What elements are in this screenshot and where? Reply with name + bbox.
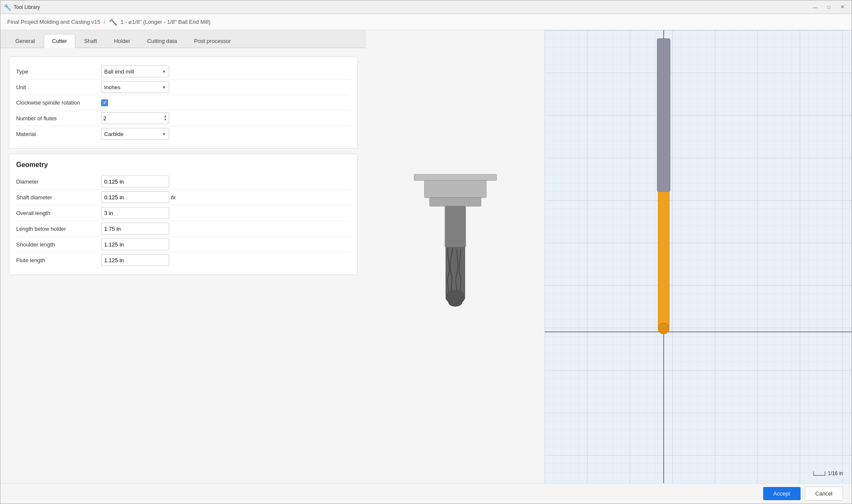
svg-rect-3 [445,206,466,247]
shoulder-length-text-input[interactable] [104,241,166,248]
flute-length-field-row: Flute length [16,252,350,268]
form-area: Type Ball end mill ▼ Unit [0,48,366,283]
tab-post-processor[interactable]: Post processor [186,34,239,48]
unit-value: Inches ▼ [101,81,350,93]
right-viewport: 1/16 in [545,30,852,483]
flutes-input[interactable] [103,115,146,122]
shaft-diameter-text-input[interactable] [104,194,166,201]
breadcrumb: Final Project Molding and Casting v15 / … [0,14,852,30]
tab-cutting-data[interactable]: Cutting data [139,34,185,48]
minimize-button[interactable]: — [809,3,821,12]
main-window: 🔧 Tool Library — □ ✕ Final Project Moldi… [0,0,852,504]
flute-length-text-input[interactable] [104,257,166,263]
flute-length-value [101,254,350,266]
clockwise-checkbox[interactable]: ✓ [101,99,108,106]
tool-preview-area [366,30,545,483]
overall-length-text-input[interactable] [104,210,166,216]
diameter-label: Diameter [16,178,101,185]
breadcrumb-tool: 1 - ⌀1/8" (Longer - 1/8" Ball End Mill) [121,19,211,25]
clockwise-value: ✓ [101,99,350,106]
maximize-button[interactable]: □ [823,3,835,12]
length-below-holder-input[interactable] [101,223,169,235]
type-label: Type [16,68,101,75]
length-below-holder-text-input[interactable] [104,226,166,232]
svg-rect-4 [446,247,465,295]
unit-select[interactable]: Inches ▼ [101,81,169,93]
left-panel: General Cutter Shaft Holder Cutting data… [0,30,366,483]
material-dropdown-arrow: ▼ [162,132,166,136]
svg-rect-2 [429,198,481,206]
overall-length-label: Overall length [16,210,101,216]
svg-point-14 [658,323,669,334]
close-button[interactable]: ✕ [836,3,848,12]
overall-length-value [101,207,350,219]
fx-badge[interactable]: fx [171,194,176,201]
shaft-diameter-label: Shaft diameter [16,194,101,201]
scale-bar [813,471,825,476]
title-bar: 🔧 Tool Library — □ ✕ [0,0,852,14]
flute-length-input[interactable] [101,254,169,266]
clockwise-field-row: Clockwise spindle rotation ✓ [16,95,350,110]
flutes-field-row: Number of flutes ▲ ▼ [16,110,350,126]
tab-holder[interactable]: Holder [106,34,138,48]
material-label: Material [16,131,101,137]
svg-rect-0 [414,174,497,181]
cancel-button[interactable]: Cancel [805,487,843,501]
material-select-value: Carbide [104,131,124,137]
type-field-row: Type Ball end mill ▼ [16,64,350,79]
bottom-bar: Accept Cancel [0,483,852,504]
breadcrumb-project: Final Project Molding and Casting v15 [7,19,100,25]
tabs-bar: General Cutter Shaft Holder Cutting data… [0,30,366,48]
type-select-value: Ball end mill [104,68,134,75]
flutes-label: Number of flutes [16,115,101,122]
flutes-input-container: ▲ ▼ [101,112,169,124]
unit-field-row: Unit Inches ▼ [16,79,350,95]
clockwise-label: Clockwise spindle rotation [16,99,101,106]
flutes-value: ▲ ▼ [101,112,350,124]
app-title: Tool Library [14,4,40,10]
material-select[interactable]: Carbide ▼ [101,128,169,140]
shaft-diameter-value: fx [101,191,350,203]
material-value: Carbide ▼ [101,128,350,140]
shaft-diameter-input[interactable] [101,191,169,203]
shoulder-length-field-row: Shoulder length [16,237,350,252]
svg-rect-9 [545,30,852,483]
main-content: General Cutter Shaft Holder Cutting data… [0,30,852,483]
tool-preview-svg [379,167,532,346]
diameter-input[interactable] [101,176,169,187]
unit-label: Unit [16,84,101,91]
tab-general[interactable]: General [7,34,43,48]
scale-indicator: 1/16 in [813,470,843,476]
shoulder-length-input[interactable] [101,238,169,250]
shoulder-length-value [101,238,350,250]
svg-rect-1 [424,181,486,198]
viewport-grid [545,30,852,483]
checkbox-check-mark: ✓ [103,100,107,105]
shoulder-length-label: Shoulder length [16,241,101,248]
overall-length-input[interactable] [101,207,169,219]
title-bar-left: 🔧 Tool Library [4,4,40,11]
geometry-title: Geometry [16,161,350,169]
flutes-spinners: ▲ ▼ [164,113,167,124]
length-below-holder-value [101,223,350,235]
diameter-field-row: Diameter [16,174,350,190]
shaft-diameter-input-wrapper: fx [101,191,176,203]
flute-length-label: Flute length [16,257,101,263]
overall-length-field-row: Overall length [16,205,350,221]
diameter-value [101,176,350,187]
shaft-diameter-field-row: Shaft diameter fx [16,190,350,205]
diameter-text-input[interactable] [104,178,166,185]
material-field-row: Material Carbide ▼ [16,126,350,142]
tab-shaft[interactable]: Shaft [76,34,105,48]
geometry-section: Geometry Diameter Shaft diameter [9,154,358,275]
type-select[interactable]: Ball end mill ▼ [101,65,169,77]
scale-label: 1/16 in [828,470,843,476]
tool-icon: 🔨 [109,18,117,26]
app-icon: 🔧 [4,4,11,11]
unit-select-value: Inches [104,84,120,91]
accept-button[interactable]: Accept [763,487,801,500]
tab-cutter[interactable]: Cutter [44,34,75,48]
breadcrumb-separator: / [104,19,105,25]
flutes-decrement[interactable]: ▼ [164,118,167,122]
title-bar-controls: — □ ✕ [809,3,848,12]
